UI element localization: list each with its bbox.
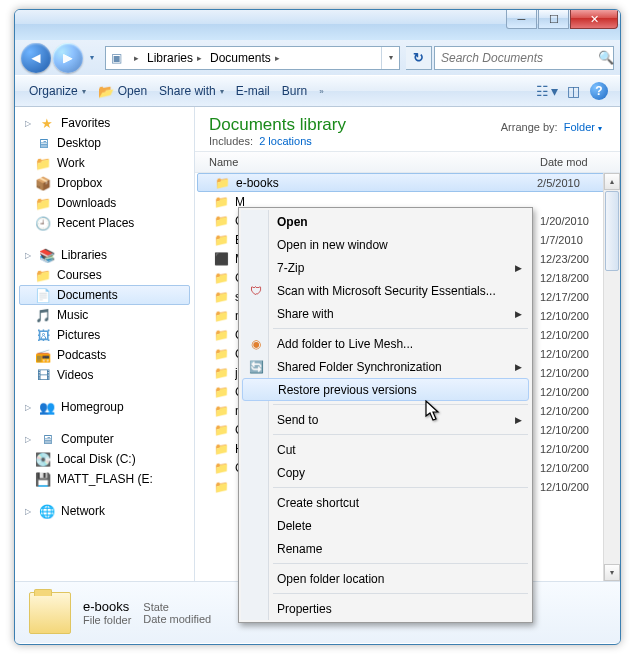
menu-separator [273,434,528,435]
folder-icon: 📁 [213,423,229,437]
menu-item[interactable]: Rename [241,537,530,560]
tree-label: Favorites [61,116,110,130]
pictures-icon: 🖼 [35,327,51,343]
videos-icon: 🎞 [35,367,51,383]
scrollbar[interactable]: ▴ ▾ [603,173,620,581]
menu-item[interactable]: ◉Add folder to Live Mesh... [241,332,530,355]
menu-item[interactable]: 🔄Shared Folder Synchronization▶ [241,355,530,378]
breadcrumb-item[interactable]: Libraries▸ [143,47,206,69]
view-menu[interactable]: ☷▾ [534,80,560,102]
menu-item[interactable]: Send to▶ [241,408,530,431]
close-button[interactable]: ✕ [570,10,618,29]
share-menu[interactable]: Share with▾ [153,76,230,106]
tree-item[interactable]: 📦Dropbox [15,173,194,193]
tree-item[interactable]: 🖼Pictures [15,325,194,345]
menu-item[interactable]: Open in new window [241,233,530,256]
minimize-button[interactable]: ─ [506,10,537,29]
tree-item[interactable]: 🎵Music [15,305,194,325]
details-name: e-books [83,599,131,614]
menu-item[interactable]: Restore previous versions [242,378,529,401]
menu-item[interactable]: Create shortcut [241,491,530,514]
col-date[interactable]: Date mod [540,156,620,168]
menu-label: Create shortcut [277,496,359,510]
folder-icon: 📁 [213,347,229,361]
tree-item[interactable]: 📁Work [15,153,194,173]
tree-favorites[interactable]: ▷★Favorites [15,113,194,133]
menu-item[interactable]: Open [241,210,530,233]
tree-item[interactable]: 💽Local Disk (C:) [15,449,194,469]
desktop-icon: 🖥 [35,135,51,151]
scroll-up-button[interactable]: ▴ [604,173,620,190]
scroll-down-button[interactable]: ▾ [604,564,620,581]
menu-item[interactable]: Cut [241,438,530,461]
tree-homegroup[interactable]: ▷👥Homegroup [15,397,194,417]
search-input[interactable] [435,51,598,65]
tree-label: Recent Places [57,216,134,230]
menu-label: Open folder location [277,572,384,586]
help-button[interactable]: ? [586,80,612,102]
folder-icon-large [29,592,71,634]
menu-item[interactable]: Share with▶ [241,302,530,325]
mesh-icon: ◉ [247,335,265,353]
open-button[interactable]: 📂Open [92,76,153,106]
shield-icon: 🛡 [247,282,265,300]
tree-item-documents[interactable]: 📄Documents [19,285,190,305]
maximize-button[interactable]: ☐ [538,10,569,29]
file-row[interactable]: 📁e-books2/5/2010 [197,173,618,192]
tree-label: Podcasts [57,348,106,362]
menu-label: Restore previous versions [278,383,417,397]
documents-icon: 📄 [35,287,51,303]
homegroup-icon: 👥 [39,399,55,415]
menu-separator [273,563,528,564]
menu-item[interactable]: Open folder location [241,567,530,590]
column-headers[interactable]: Name Date mod [195,151,620,173]
more-button[interactable]: » [313,76,329,106]
dropbox-icon: 📦 [35,175,51,191]
tree-computer[interactable]: ▷🖥Computer [15,429,194,449]
menu-item[interactable]: 🛡Scan with Microsoft Security Essentials… [241,279,530,302]
includes-label: Includes: [209,135,253,147]
address-bar[interactable]: ▣ ▸ Libraries▸ Documents▸ ▾ [105,46,400,70]
organize-menu[interactable]: Organize▾ [23,76,92,106]
tree-item[interactable]: 🖥Desktop [15,133,194,153]
breadcrumb-item[interactable]: ▸ [126,47,143,69]
details-date-label: Date modified [143,613,211,625]
tree-network[interactable]: ▷🌐Network [15,501,194,521]
sync-icon: 🔄 [247,358,265,376]
tree-item[interactable]: 🎞Videos [15,365,194,385]
tree-libraries[interactable]: ▷📚Libraries [15,245,194,265]
tree-item[interactable]: 🕘Recent Places [15,213,194,233]
burn-button[interactable]: Burn [276,76,313,106]
refresh-button[interactable]: ↻ [406,46,432,70]
arrange-by[interactable]: Arrange by: Folder ▾ [501,121,602,133]
toolbar-label: Open [118,84,147,98]
address-dropdown[interactable]: ▾ [381,47,399,69]
email-button[interactable]: E-mail [230,76,276,106]
nav-history-dropdown[interactable]: ▾ [85,49,99,67]
tree-item[interactable]: 📁Downloads [15,193,194,213]
recent-icon: 🕘 [35,215,51,231]
menu-item[interactable]: 7-Zip▶ [241,256,530,279]
col-name[interactable]: Name [195,156,540,168]
back-button[interactable]: ◄ [21,43,51,73]
folder-icon: 📁 [213,404,229,418]
submenu-arrow-icon: ▶ [515,362,522,372]
tree-item[interactable]: 📻Podcasts [15,345,194,365]
menu-item[interactable]: Delete [241,514,530,537]
tree-item[interactable]: 💾MATT_FLASH (E: [15,469,194,489]
breadcrumb-item[interactable]: Documents▸ [206,47,284,69]
arrange-value[interactable]: Folder ▾ [564,121,602,133]
folder-icon: 📁 [35,155,51,171]
scroll-thumb[interactable] [605,191,619,271]
search-box[interactable]: 🔍 [434,46,614,70]
tree-label: Pictures [57,328,100,342]
menu-label: Rename [277,542,322,556]
forward-button[interactable]: ► [53,43,83,73]
menu-item[interactable]: Properties [241,597,530,620]
includes-link[interactable]: 2 locations [259,135,312,147]
folder-icon: 📁 [213,328,229,342]
menu-item[interactable]: Copy [241,461,530,484]
flash-drive-icon: 💾 [35,471,51,487]
tree-item[interactable]: 📁Courses [15,265,194,285]
preview-pane-button[interactable]: ◫ [560,80,586,102]
